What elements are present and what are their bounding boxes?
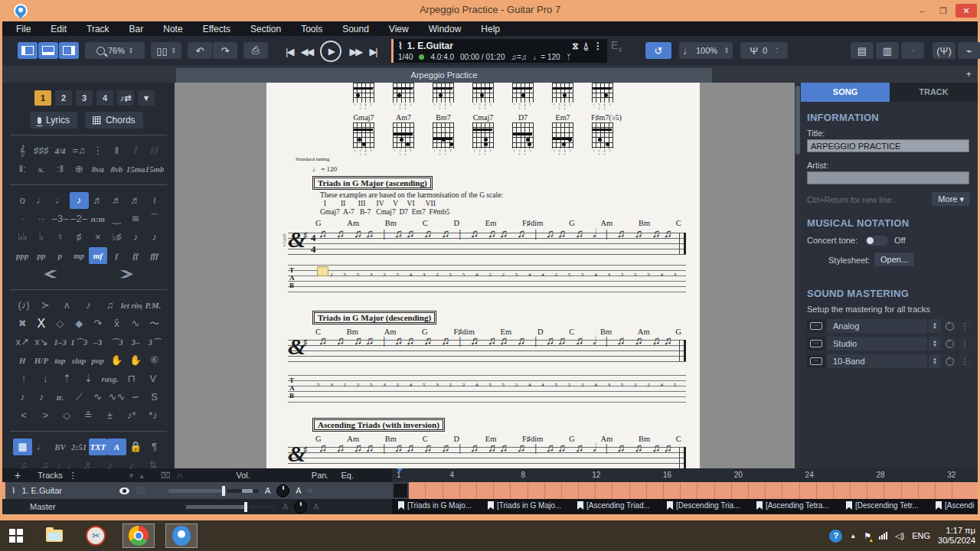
bar-cell[interactable] [579,482,596,499]
palette-whammy-dip[interactable]: x̂ [107,315,126,332]
play-button[interactable]: ▶ [320,41,341,62]
print-button[interactable]: ⎙ [243,42,268,59]
menu-item-track[interactable]: Track [87,24,109,34]
volume-automation-button[interactable]: A [265,486,270,495]
bar-cell[interactable] [919,482,936,499]
palette-bv-tool[interactable]: BV [51,439,70,455]
palette-vibrato[interactable]: ∿ [126,315,145,332]
tuner-button[interactable]: (Ψ) [933,42,956,59]
palette-decrescendo-hairpin[interactable]: ❯ [5,266,175,282]
palette-accidental[interactable]: ♭♯ [107,229,126,246]
palette-tap[interactable]: tap [51,352,70,369]
menu-item-help[interactable]: Help [481,24,500,34]
menu-item-view[interactable]: View [389,24,409,34]
voice-button-1[interactable]: 1 [34,90,51,106]
palette-duplet[interactable]: –2– [70,210,89,227]
palette-triplet[interactable]: –3– [51,210,70,227]
palette-inverted-turn[interactable]: S [145,389,164,406]
palette-tremolo-picking[interactable]: ∿ [89,389,108,406]
palette-slide-line[interactable]: ⟋ [70,389,89,406]
track-mute-icon[interactable]: ⌧ [136,486,145,496]
mastering-device-select[interactable]: Studio [827,337,927,350]
palette-left-hand-fingering[interactable]: ✋ [107,352,126,369]
palette-whole-note[interactable]: o [13,192,32,209]
score-page[interactable]: 1 3 4 2 1 11 3 4 2 1 11 3 4 2 1 11 3 4 2… [266,83,700,468]
menu-item-tools[interactable]: Tools [301,24,322,34]
palette-dead-note-x[interactable]: X [32,315,51,332]
palette-beam-split[interactable]: ♩♩ [56,457,77,468]
mastering-power-button[interactable] [942,319,956,333]
more-button[interactable]: More ▾ [932,192,970,206]
bar-cell[interactable] [647,482,664,499]
bar-cell[interactable] [630,482,647,499]
artist-input[interactable] [807,171,969,184]
palette-arpeggiate-up[interactable]: ⇡ [56,370,77,387]
bar-cell[interactable] [834,482,851,499]
bar-cell[interactable] [800,482,817,499]
clock[interactable]: 1:17 πμ 30/5/2024 [938,526,975,546]
palette-fortissimo[interactable]: ff [126,247,145,264]
pan-knob[interactable] [276,484,289,497]
mastering-menu-button[interactable]: ⋮ [958,319,972,333]
chrome-button[interactable] [122,523,155,548]
palette-free-time[interactable]: ⋮ [89,142,108,159]
display-menu-icon[interactable]: ⋮ [593,41,603,51]
timeline-ruler[interactable]: 148121620242832 [392,468,978,482]
mastering-spinner[interactable]: ▲▼ [929,319,941,333]
palette-snap-pizz[interactable]: ♪* [121,407,142,424]
menu-item-edit[interactable]: Edit [51,24,67,34]
drums-view-button[interactable]: ◔ [901,42,924,59]
track-volume-slider[interactable] [168,489,259,493]
palette-trill-x-down[interactable]: x↘ [32,334,51,350]
mastering-spinner[interactable]: ▲▼ [929,354,941,368]
fretboard-view-button[interactable]: ▤ [851,42,874,59]
section-marker[interactable]: [Ascending Tetra... [756,501,829,510]
help-tray-icon[interactable]: ? [829,530,842,543]
palette-triplet-feel[interactable]: =♫ [70,142,89,159]
palette-hammer-pull[interactable]: H/P [32,352,51,369]
menu-item-window[interactable]: Window [429,24,462,34]
palette-fade-out[interactable]: > [34,407,56,424]
score-viewport[interactable]: 1 3 4 2 1 11 3 4 2 1 11 3 4 2 1 11 3 4 2… [175,83,795,468]
palette-repeat-end[interactable]: :‖ [51,161,70,178]
master-pan-automation[interactable]: A [313,502,318,511]
palette-artificial-harmonic[interactable]: ◆ [70,315,89,332]
palette-grace-before-beat[interactable]: ♪ [126,229,145,246]
palette-let-ring[interactable]: let ring [121,297,142,314]
palette-palm-mute[interactable]: P.M. [142,297,164,314]
palette-slide-shift[interactable]: 1–3 [51,334,70,350]
palette-repeat-start[interactable]: ‖: [13,161,32,178]
palette-clef[interactable]: 𝄞 [13,142,32,159]
palette-stem-force[interactable]: ♪ [121,457,142,468]
bar-cell[interactable] [528,482,545,499]
mastering-menu-button[interactable]: ⋮ [958,354,972,368]
palette-right-hand-fingering[interactable]: ✋ [126,352,145,369]
palette-beam-auto[interactable]: ♫AUTO [13,457,34,468]
palette-let-ring-beam[interactable]: ≋ [126,210,145,227]
palette-staccato[interactable]: ♪ [77,297,99,314]
tab-track[interactable]: TRACK [890,83,978,102]
track-display[interactable]: ⌇ 1. E.Guitar ⧖ ⍙ ⋮ 1/40 4.0:4.0 00:00 /… [391,39,607,63]
palette-rasgueado[interactable]: rasg. [100,370,121,387]
fast-forward-button[interactable]: ▶▶ [349,46,361,57]
count-in-icon[interactable]: ᛉ [567,53,571,61]
mastering-power-button[interactable] [942,354,956,368]
menu-item-bar[interactable]: Bar [129,24,144,34]
page-view-selector[interactable]: ▯▯▲▼ [151,42,181,59]
speed-control[interactable]: ♩ 100% ▲▼ [679,42,733,59]
guitar-pro-taskbar-button[interactable] [165,523,198,548]
eq-icon[interactable]: ⌗ [308,486,312,496]
title-bar[interactable]: Arpeggio Practice - Guitar Pro 7 – ❐ ✕ [0,0,980,21]
toggle-left-panel-button[interactable] [18,42,38,59]
palette-augmentation-dot[interactable]: · [13,210,32,227]
palette-tuplet[interactable]: n:m [89,210,108,227]
palette-slap[interactable]: slap [70,352,89,369]
speaker-icon[interactable]: ◁) [895,531,904,541]
keyboard-view-button[interactable]: ▥ [876,42,899,59]
palette-slash-notation[interactable]: ♩ [32,439,51,455]
edit-cursor[interactable] [317,266,328,276]
palette-tie[interactable]: ‿ [107,210,126,227]
new-tab-button[interactable]: + [965,68,972,80]
bar-cell[interactable] [460,482,477,499]
palette-acciaccatura[interactable]: ♪ [13,389,32,406]
